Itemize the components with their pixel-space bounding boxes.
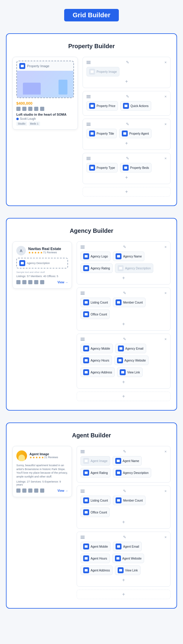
edit-icon-a2[interactable]: ✎: [123, 291, 126, 295]
panel-item-agent-email[interactable]: Agent Email: [113, 542, 142, 551]
svg-rect-9: [21, 262, 24, 264]
drag-handle-a3[interactable]: [81, 338, 85, 341]
agent-name: Agent Image: [29, 452, 58, 456]
agent-view-link[interactable]: View →: [58, 489, 68, 492]
edit-icon-3[interactable]: ✎: [126, 122, 129, 126]
property-card-agent: Scott Lough: [16, 117, 74, 120]
close-icon-ag3[interactable]: ×: [164, 535, 167, 539]
agent-panel-3-add[interactable]: +: [81, 577, 167, 583]
close-icon[interactable]: ×: [164, 60, 167, 65]
property-image-label: Property Image: [17, 61, 73, 71]
close-icon-2[interactable]: ×: [164, 94, 167, 99]
drag-handle[interactable]: [86, 61, 91, 64]
close-icon-a3[interactable]: ×: [164, 337, 167, 341]
panel-item-agent-website[interactable]: Agent Website: [112, 554, 144, 563]
panel-item-agency-rating[interactable]: Agency Rating: [81, 263, 113, 273]
agency-panel-3-add[interactable]: +: [81, 379, 167, 385]
panel-item-agent-address[interactable]: Agent Address: [81, 566, 113, 575]
panel-item-listing-count[interactable]: Listing Count: [81, 298, 111, 307]
agent-avatar: [16, 450, 27, 461]
agent-panel-2-add[interactable]: +: [81, 519, 167, 525]
agency-view-link[interactable]: View →: [58, 281, 68, 284]
panel-item-agency-logo[interactable]: Agency Logo: [81, 252, 111, 261]
drag-handle-ag2[interactable]: [81, 490, 85, 493]
drag-handle-ag1[interactable]: [81, 450, 85, 453]
panel-item-agency-view-link[interactable]: View Link: [117, 367, 143, 377]
agency-desc-icon: [19, 260, 25, 266]
panel-item-member-count[interactable]: Member Count: [113, 298, 145, 307]
panel-4-add-bottom[interactable]: +: [86, 174, 167, 181]
info-icon: [40, 107, 44, 111]
panel-item-property-title[interactable]: Property Title: [86, 129, 117, 138]
close-icon-3[interactable]: ×: [164, 122, 167, 126]
drag-handle-4[interactable]: [86, 157, 91, 160]
panel-3-header-left: [86, 123, 91, 126]
agent-builder-section: Agent Builder Agent Image ★ ★ ★ ★ ★ 21 R…: [6, 422, 177, 609]
property-add-panel[interactable]: +: [83, 187, 171, 197]
agent-add-panel[interactable]: +: [77, 590, 171, 599]
agency-add-panel[interactable]: +: [77, 392, 171, 401]
panel-item-agent-office-count[interactable]: Office Count: [81, 508, 110, 517]
panel-item-property-price[interactable]: Property Price: [86, 101, 118, 111]
close-icon-ag2[interactable]: ×: [164, 489, 167, 493]
drag-handle-2[interactable]: [86, 95, 91, 98]
property-builder-title: Property Builder: [12, 43, 171, 50]
edit-icon-ag1[interactable]: ✎: [123, 449, 126, 454]
panel-item-quick-actions[interactable]: Quick Actions: [120, 101, 151, 111]
panel-item-property-agent[interactable]: Property Agent: [119, 129, 152, 138]
panel-4-items: Property Type Property Beds: [86, 163, 167, 172]
panel-item-agent-view-link[interactable]: View Link: [115, 566, 141, 575]
panel-item-agent-listing-count[interactable]: Listing Count: [81, 496, 111, 505]
panel-item-agency-website[interactable]: Agency Website: [114, 356, 149, 365]
close-icon-a1[interactable]: ×: [164, 245, 167, 249]
agent-web-icon: [28, 489, 32, 493]
property-room-image: [17, 71, 73, 98]
agency-panel-2-add[interactable]: +: [81, 321, 167, 327]
panel-item-property-type[interactable]: Property Type: [86, 163, 118, 172]
panel-item-agency-address[interactable]: Agency Address: [81, 367, 115, 377]
panel-item-agent-name[interactable]: Agent Name: [113, 456, 142, 466]
panel-item-office-count[interactable]: Office Count: [81, 310, 110, 319]
panel-item-agent-hours[interactable]: Agent Hours: [81, 554, 110, 563]
edit-icon-2[interactable]: ✎: [126, 94, 129, 99]
drag-handle-ag3[interactable]: [81, 536, 85, 539]
edit-icon-ag3[interactable]: ✎: [123, 535, 126, 539]
drag-handle-a2[interactable]: [81, 292, 85, 295]
item-icon: [118, 567, 124, 573]
panel-item-agency-email[interactable]: Agency Email: [115, 344, 146, 353]
panel-item-property-beds[interactable]: Property Beds: [120, 163, 152, 172]
panel-item-agent-member-count[interactable]: Member Count: [113, 496, 145, 505]
svg-rect-33: [116, 557, 119, 560]
agent-reviews: 21 Reviews: [44, 456, 58, 459]
agency-builder-title: Agency Builder: [12, 227, 171, 234]
panel-item-property-image[interactable]: Property Image: [86, 67, 119, 76]
drag-handle-a1[interactable]: [81, 246, 85, 249]
edit-icon[interactable]: ✎: [126, 60, 129, 65]
edit-icon-4[interactable]: ✎: [126, 156, 129, 161]
panel-1-add[interactable]: +: [86, 78, 167, 85]
edit-icon-a3[interactable]: ✎: [123, 337, 126, 341]
panel-item-agent-mobile[interactable]: Agent Mobile: [81, 542, 111, 551]
panel-item-agent-image[interactable]: Agent Image: [81, 456, 110, 466]
agency-panel-1-add[interactable]: +: [81, 275, 167, 281]
item-icon: [122, 131, 128, 136]
panel-item-agent-rating[interactable]: Agent Rating: [81, 468, 111, 477]
panel-item-agency-name[interactable]: Agency Name: [113, 252, 144, 261]
agency-header: A Navitas Real Estate ★ ★ ★ ★ ★ 71 Revie…: [16, 246, 68, 255]
agent-link-icon: [34, 489, 38, 493]
panel-item-agency-mobile[interactable]: Agency Mobile: [81, 344, 113, 353]
close-icon-ag1[interactable]: ×: [164, 449, 167, 454]
svg-rect-24: [117, 460, 120, 462]
drag-handle-3[interactable]: [86, 123, 91, 126]
panel-item-agency-hours[interactable]: Agency Hours: [81, 356, 112, 365]
close-icon-4[interactable]: ×: [164, 156, 167, 161]
panel-item-agency-description[interactable]: Agency Description: [115, 263, 153, 273]
svg-rect-6: [123, 132, 126, 135]
edit-icon-ag2[interactable]: ✎: [123, 489, 126, 493]
agency-phone-icon: [16, 280, 20, 284]
agent-stats: Listings: 27 Services: 5 Experience: 9 y…: [16, 480, 68, 486]
edit-icon-a1[interactable]: ✎: [123, 245, 126, 249]
panel-3-add[interactable]: +: [86, 140, 167, 147]
panel-item-agent-agency-description[interactable]: Agency Description: [113, 468, 151, 477]
close-icon-a2[interactable]: ×: [164, 291, 167, 295]
